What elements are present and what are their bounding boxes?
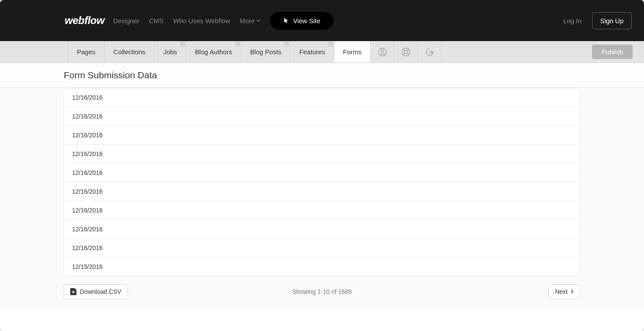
- svg-point-1: [381, 49, 384, 52]
- top-nav: Designer CMS Who Uses Webflow More View …: [113, 12, 333, 30]
- data-list: 12/16/2016 12/16/2016 12/16/2016 12/16/2…: [64, 88, 580, 276]
- tab-features[interactable]: Features×: [290, 41, 334, 63]
- download-csv-label: Download CSV: [80, 288, 121, 295]
- tabs-bar: Pages Collections Jobs× Blog Authors× Bl…: [0, 41, 644, 63]
- svg-line-5: [407, 49, 409, 51]
- tab-blog-authors-label: Blog Authors: [195, 48, 232, 56]
- topbar: webflow Designer CMS Who Uses Webflow Mo…: [0, 0, 644, 41]
- close-icon[interactable]: ×: [180, 42, 185, 46]
- pagination-status: Showing 1-10 of 1689: [292, 288, 351, 295]
- publish-button[interactable]: Publish: [592, 45, 633, 59]
- list-item[interactable]: 12/16/2016: [64, 182, 580, 201]
- close-icon[interactable]: ×: [235, 42, 240, 46]
- nav-designer[interactable]: Designer: [113, 17, 139, 24]
- row-date: 12/16/2016: [72, 226, 103, 233]
- signup-button[interactable]: Sign Up: [592, 12, 632, 29]
- list-item[interactable]: 12/16/2016: [64, 239, 580, 258]
- tab-forms[interactable]: Forms: [334, 41, 371, 63]
- tab-blog-authors[interactable]: Blog Authors×: [186, 41, 241, 63]
- row-date: 12/16/2016: [72, 188, 103, 195]
- nav-more-label: More: [240, 17, 255, 24]
- list-item[interactable]: 12/16/2016: [64, 145, 580, 164]
- tabs-left: Pages Collections Jobs× Blog Authors× Bl…: [68, 41, 441, 63]
- nav-more[interactable]: More: [240, 17, 261, 24]
- account-icon-tab[interactable]: [371, 41, 394, 63]
- tab-jobs-label: Jobs: [163, 48, 177, 56]
- tab-collections[interactable]: Collections: [105, 41, 155, 63]
- next-button[interactable]: Next: [548, 284, 580, 299]
- list-item[interactable]: 12/16/2016: [64, 88, 580, 107]
- list-item[interactable]: 12/16/2016: [64, 220, 580, 239]
- row-date: 12/16/2016: [72, 150, 103, 157]
- close-icon[interactable]: ×: [328, 42, 333, 46]
- tabs-right: Publish: [592, 41, 644, 63]
- row-date: 12/16/2016: [72, 94, 103, 101]
- help-icon-tab[interactable]: [394, 41, 418, 63]
- view-site-button[interactable]: View Site: [270, 12, 333, 30]
- footer-row: Download CSV Showing 1-10 of 1689 Next: [64, 284, 580, 299]
- tab-pages[interactable]: Pages: [68, 41, 105, 63]
- list-item[interactable]: 12/16/2016: [64, 201, 580, 220]
- row-date: 12/16/2016: [72, 207, 103, 214]
- login-link[interactable]: Log In: [563, 17, 582, 24]
- view-site-label: View Site: [293, 17, 320, 24]
- user-icon: [378, 48, 387, 56]
- list-item[interactable]: 12/15/2016: [64, 258, 580, 276]
- lifebuoy-icon: [402, 48, 410, 56]
- list-item[interactable]: 12/16/2016: [64, 164, 580, 182]
- logo: webflow: [65, 14, 104, 27]
- row-date: 12/16/2016: [72, 113, 103, 120]
- tab-features-label: Features: [299, 48, 325, 56]
- page-title: Form Submission Data: [0, 63, 644, 88]
- svg-line-4: [403, 49, 405, 51]
- close-icon[interactable]: ×: [284, 42, 289, 46]
- logout-icon-tab[interactable]: [418, 41, 441, 63]
- svg-line-7: [407, 53, 409, 55]
- row-date: 12/16/2016: [72, 169, 103, 176]
- row-date: 12/16/2016: [72, 244, 103, 251]
- tab-collections-label: Collections: [114, 48, 145, 56]
- tab-blog-posts[interactable]: Blog Posts×: [241, 41, 291, 63]
- download-icon: [70, 288, 76, 295]
- cursor-icon: [283, 17, 289, 24]
- row-date: 12/16/2016: [72, 132, 103, 139]
- svg-line-6: [403, 53, 405, 55]
- chevron-right-icon: [570, 289, 574, 294]
- list-item[interactable]: 12/16/2016: [64, 107, 580, 126]
- svg-point-3: [404, 50, 408, 54]
- chevron-down-icon: [256, 18, 261, 23]
- tab-forms-label: Forms: [343, 48, 362, 56]
- tab-blog-posts-label: Blog Posts: [250, 48, 282, 56]
- content: 12/16/2016 12/16/2016 12/16/2016 12/16/2…: [0, 88, 644, 308]
- next-label: Next: [555, 288, 568, 295]
- logout-icon: [425, 48, 434, 56]
- tab-pages-label: Pages: [77, 48, 96, 56]
- list-item[interactable]: 12/16/2016: [64, 126, 580, 145]
- nav-who-uses[interactable]: Who Uses Webflow: [173, 17, 231, 24]
- nav-cms[interactable]: CMS: [149, 17, 163, 24]
- tab-jobs[interactable]: Jobs×: [155, 41, 186, 63]
- top-nav-right: Log In Sign Up: [563, 12, 632, 29]
- row-date: 12/15/2016: [72, 263, 103, 270]
- download-csv-button[interactable]: Download CSV: [64, 284, 128, 299]
